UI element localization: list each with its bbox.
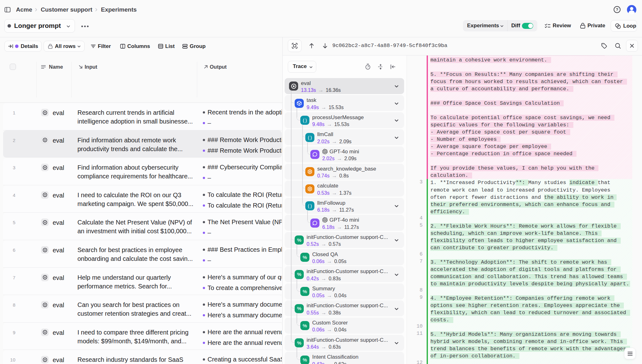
- svg-text:?: ?: [616, 7, 618, 12]
